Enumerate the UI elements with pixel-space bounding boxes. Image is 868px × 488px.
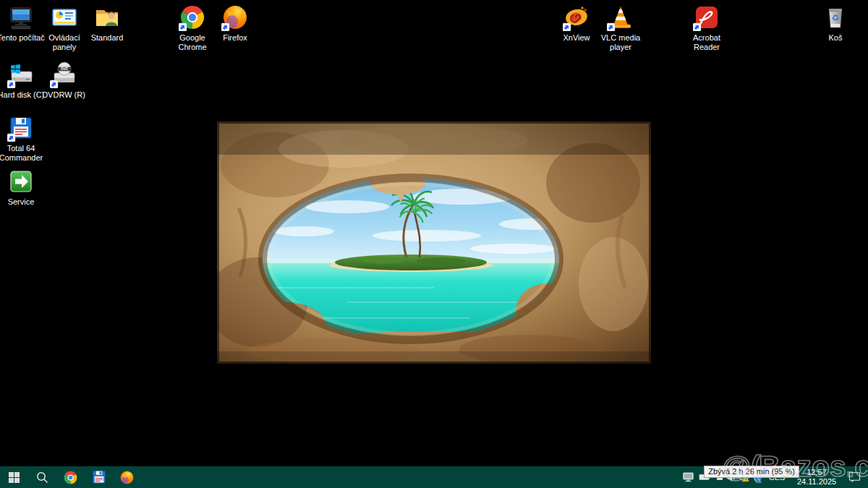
- desktop-icon-label: Service: [8, 197, 35, 207]
- taskbar-total-commander-button[interactable]: [85, 466, 113, 488]
- taskbar-chrome-button[interactable]: [56, 466, 85, 488]
- start-button[interactable]: [0, 466, 28, 488]
- display-tray-icon: [683, 472, 694, 482]
- taskbar-firefox-button[interactable]: [113, 466, 141, 488]
- cave-rock-frame: [217, 121, 651, 364]
- recycle-bin-icon: ♻: [822, 4, 849, 31]
- shortcut-arrow-icon: [179, 23, 187, 31]
- shortcut-arrow-icon: [693, 23, 701, 31]
- search-icon: [36, 471, 48, 484]
- show-desktop-button[interactable]: [864, 466, 868, 488]
- desktop-icon-service[interactable]: Service: [0, 168, 48, 207]
- acrobat-icon: [693, 4, 720, 31]
- desktop-icon-label: Acrobat Reader: [679, 33, 734, 52]
- control-panel-icon: [51, 4, 78, 31]
- tray-display-button[interactable]: [680, 466, 696, 488]
- floppy-disk-icon: [7, 114, 35, 142]
- battery-tooltip: Zbývá 2 h 26 min (95 %): [704, 466, 799, 478]
- desktop-icon-vlc[interactable]: VLC media player: [593, 4, 648, 52]
- desktop-icon-firefox[interactable]: Firefox: [208, 4, 263, 43]
- service-arrow-icon: [7, 168, 35, 195]
- windows-logo-icon: [9, 472, 20, 483]
- wallpaper-photo: [217, 121, 651, 364]
- chrome-icon: [63, 470, 78, 485]
- desktop-icon-label: DVDRW (R): [42, 90, 85, 100]
- desktop-icon-recycle-bin[interactable]: ♻ Koš: [808, 4, 863, 43]
- desktop-icon-label: Standard: [91, 33, 124, 43]
- action-center-button[interactable]: [844, 466, 864, 488]
- desktop-icon-label: Total 64 Commander: [0, 144, 48, 163]
- search-button[interactable]: [28, 466, 56, 488]
- desktop-icon-dvdrw[interactable]: DVD DVDRW (R): [36, 61, 91, 100]
- dvd-badge: DVD: [61, 67, 68, 71]
- shortcut-arrow-icon: [221, 23, 229, 31]
- dvd-drive-icon: DVD: [50, 61, 77, 88]
- clock-date: 24.11.2025: [789, 477, 844, 487]
- desktop-icon-label: Koš: [829, 33, 843, 43]
- user-folder-icon: [93, 4, 121, 31]
- this-pc-icon: [7, 4, 35, 31]
- desktop-icon-label: XnView: [563, 33, 590, 43]
- chrome-icon: [179, 4, 206, 31]
- desktop-icon-standard-folder[interactable]: Standard: [80, 4, 135, 43]
- hard-disk-icon: [7, 61, 35, 88]
- windows-flag-icon: [11, 64, 20, 74]
- shortcut-arrow-icon: [50, 80, 58, 88]
- shortcut-arrow-icon: [7, 80, 15, 88]
- svg-text:♻: ♻: [832, 13, 840, 23]
- shortcut-arrow-icon: [7, 134, 15, 142]
- desktop-icon-label: Firefox: [223, 33, 247, 43]
- desktop-icon-total-commander[interactable]: Total 64 Commander: [0, 114, 48, 163]
- shortcut-arrow-icon: [607, 23, 615, 31]
- shortcut-arrow-icon: [563, 23, 571, 31]
- firefox-icon: [119, 470, 135, 485]
- vlc-icon: [607, 4, 634, 31]
- desktop-icon-acrobat[interactable]: Acrobat Reader: [679, 4, 734, 52]
- xnview-icon: [563, 4, 590, 31]
- floppy-disk-icon: [92, 470, 106, 484]
- firefox-icon: [221, 4, 249, 31]
- action-center-icon: [848, 471, 861, 483]
- desktop-icon-label: VLC media player: [593, 33, 648, 52]
